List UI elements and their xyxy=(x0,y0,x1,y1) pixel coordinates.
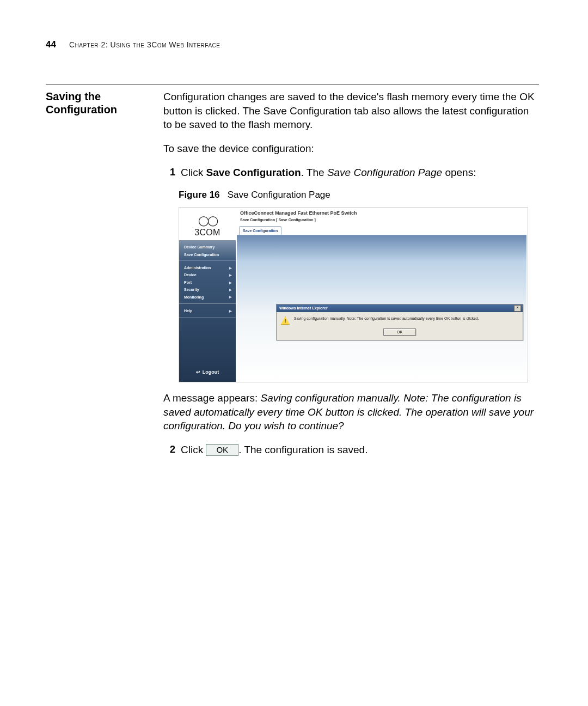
sidebar-item-monitoring[interactable]: Monitoring▶ xyxy=(184,294,232,301)
steps-list: 1 Click Save Configuration. The Save Con… xyxy=(163,166,539,180)
close-icon[interactable]: × xyxy=(514,305,521,312)
step-2-text: Click OK. The configuration is saved. xyxy=(181,443,539,457)
section-body: Configuration changes are saved to the d… xyxy=(163,90,539,467)
breadcrumb: Save Configuration [ Save Configuration … xyxy=(236,217,528,224)
dialog-buttons: OK xyxy=(277,327,523,340)
dialog-window: Windows Internet Explorer × Saving confi… xyxy=(276,304,523,340)
running-header: 44 Chapter 2: Using the 3Com Web Interfa… xyxy=(46,39,539,50)
step-number: 2 xyxy=(163,443,179,457)
chevron-right-icon: ▶ xyxy=(229,309,232,313)
step-1: 1 Click Save Configuration. The Save Con… xyxy=(163,166,539,180)
subintro-paragraph: To save the device configuration: xyxy=(163,142,539,156)
figure-label-strong: Figure 16 xyxy=(179,190,220,200)
section-row: Saving the Configuration Configuration c… xyxy=(46,90,539,467)
figure-caption: Figure 16 Save Configuration Page xyxy=(179,189,539,202)
step-1-text: Click Save Configuration. The Save Confi… xyxy=(181,166,539,180)
step-1-page-ref: Save Configuration Page xyxy=(327,167,442,178)
sidebar-item-administration[interactable]: Administration▶ xyxy=(184,264,232,271)
dialog-body: Saving configuration manually, Note: The… xyxy=(277,312,523,327)
brand-3com: ◯◯ 3COM xyxy=(179,208,236,240)
intro-paragraph: Configuration changes are saved to the d… xyxy=(163,90,539,132)
main-content: OfficeConnect Managed Fast Ethernet PoE … xyxy=(236,208,528,382)
content-body: Windows Internet Explorer × Saving confi… xyxy=(237,235,526,381)
logout-label: Logout xyxy=(203,369,219,375)
chevron-right-icon: ▶ xyxy=(229,266,232,270)
after-figure-text: A message appears: Saving configuration … xyxy=(163,391,539,433)
section-heading-line2: Configuration xyxy=(46,104,117,115)
sidebar-group-top: Device Summary Save Configuration xyxy=(179,240,236,260)
chevron-right-icon: ▶ xyxy=(229,281,232,285)
warning-icon xyxy=(281,317,290,325)
brand-text: 3COM xyxy=(194,227,220,239)
chapter-title: Chapter 2: Using the 3Com Web Interface xyxy=(69,40,220,49)
afterfig-lead: A message appears: xyxy=(163,392,261,404)
section-rule xyxy=(46,84,539,84)
sidebar-item-port[interactable]: Port▶ xyxy=(184,279,232,286)
sidebar: ◯◯ 3COM Device Summary Save Configuratio… xyxy=(179,208,236,382)
sidebar-item-security[interactable]: Security▶ xyxy=(184,286,232,293)
logout-icon: ↩ xyxy=(196,369,200,375)
sidebar-item-device-summary[interactable]: Device Summary xyxy=(184,244,232,251)
section-heading-line1: Saving the xyxy=(46,90,101,102)
dialog-title-text: Windows Internet Explorer xyxy=(279,306,328,311)
dialog-ok-button[interactable]: OK xyxy=(383,328,416,336)
section-heading: Saving the Configuration xyxy=(46,90,155,467)
tab-save-configuration[interactable]: Save Configuration xyxy=(239,226,281,234)
steps-list-2: 2 Click OK. The configuration is saved. xyxy=(163,443,539,457)
sidebar-group-help: Help▶ xyxy=(179,303,236,317)
sidebar-item-save-configuration[interactable]: Save Configuration xyxy=(184,251,232,258)
chevron-right-icon: ▶ xyxy=(229,295,232,299)
brand-logo: ◯◯ 3COM xyxy=(194,216,220,239)
step-number: 1 xyxy=(163,166,179,180)
figure-label-text: Save Configuration Page xyxy=(228,190,330,200)
chevron-right-icon: ▶ xyxy=(229,288,232,292)
document-page: 44 Chapter 2: Using the 3Com Web Interfa… xyxy=(0,0,588,706)
chevron-right-icon: ▶ xyxy=(229,273,232,277)
content-header-title: OfficeConnect Managed Fast Ethernet PoE … xyxy=(236,208,528,217)
dialog-message: Saving configuration manually, Note: The… xyxy=(294,317,479,321)
step-2: 2 Click OK. The configuration is saved. xyxy=(163,443,539,457)
sidebar-group-main: Administration▶ Device▶ Port▶ Security▶ xyxy=(179,260,236,303)
sidebar-item-help[interactable]: Help▶ xyxy=(184,307,232,314)
page-number: 44 xyxy=(46,39,56,50)
tab-row: Save Configuration xyxy=(236,225,528,235)
sidebar-item-device[interactable]: Device▶ xyxy=(184,271,232,278)
inline-ok-button: OK xyxy=(206,444,238,456)
figure-screenshot: ◯◯ 3COM Device Summary Save Configuratio… xyxy=(179,207,528,382)
logout-button[interactable]: ↩ Logout xyxy=(179,363,236,382)
dialog-titlebar: Windows Internet Explorer × xyxy=(277,305,523,312)
step-1-action: Save Configuration xyxy=(206,167,301,178)
brand-rings-icon: ◯◯ xyxy=(198,216,217,226)
